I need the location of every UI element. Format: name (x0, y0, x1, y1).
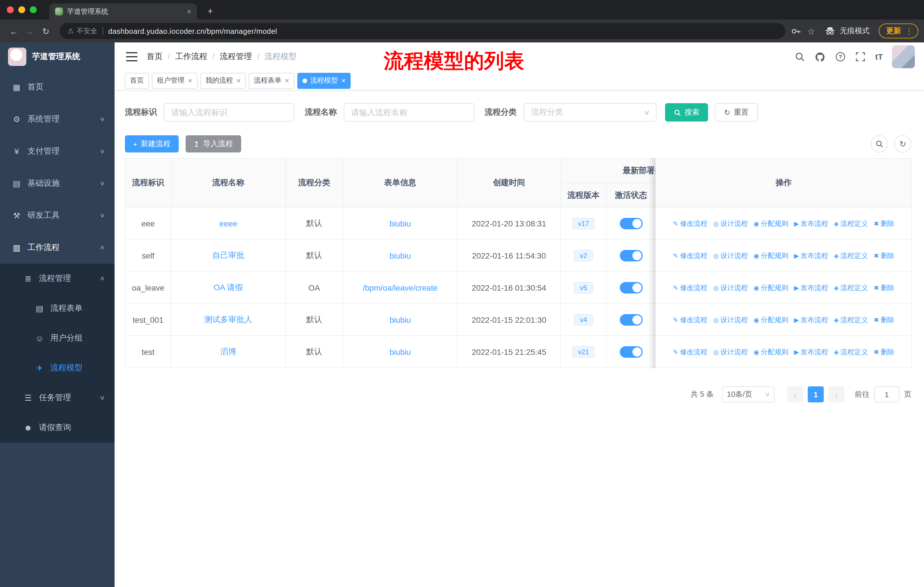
user-avatar[interactable] (892, 45, 915, 68)
tag-tenant[interactable]: 租户管理 (152, 73, 197, 89)
browser-tab[interactable]: 芋道管理系统 (49, 3, 197, 20)
form-info-link[interactable]: biubiu (389, 251, 411, 260)
action-modify-process[interactable]: 修改流程 (673, 219, 707, 228)
form-info-link[interactable]: biubiu (389, 219, 411, 228)
search-button[interactable]: 搜索 (665, 103, 708, 122)
new-tab-button[interactable] (204, 2, 216, 20)
sidebar-item-leave-query[interactable]: 请假查询 (0, 413, 115, 443)
github-icon[interactable] (815, 51, 825, 62)
tag-close-icon[interactable] (236, 77, 241, 84)
action-modify-process[interactable]: 修改流程 (673, 347, 707, 357)
active-toggle[interactable] (620, 218, 642, 229)
action-design-process[interactable]: 设计流程 (713, 315, 748, 325)
sidebar-collapse-icon[interactable] (126, 52, 137, 61)
tag-close-icon[interactable] (285, 77, 289, 84)
sidebar-item-process-manage[interactable]: 流程管理 (0, 264, 115, 293)
bookmark-star-icon[interactable] (807, 26, 815, 35)
font-size-icon[interactable]: tT (875, 52, 883, 61)
create-process-button[interactable]: 新建流程 (125, 135, 178, 152)
action-process-definition[interactable]: 流程定义 (834, 315, 868, 325)
action-delete[interactable]: 删除 (874, 347, 894, 357)
toggle-search-button[interactable] (871, 135, 888, 152)
action-publish-process[interactable]: 发布流程 (794, 315, 828, 325)
action-assign-rule[interactable]: 分配规则 (754, 347, 788, 357)
action-process-definition[interactable]: 流程定义 (834, 251, 868, 261)
action-process-definition[interactable]: 流程定义 (834, 283, 868, 293)
active-toggle[interactable] (620, 346, 642, 357)
category-select[interactable]: 流程分类 (523, 103, 657, 122)
action-design-process[interactable]: 设计流程 (713, 219, 748, 228)
reset-button[interactable]: 重置 (715, 103, 758, 122)
back-button[interactable] (6, 23, 22, 39)
action-design-process[interactable]: 设计流程 (713, 251, 748, 261)
form-info-link[interactable]: /bpm/oa/leave/create (363, 283, 438, 292)
sidebar-item-infrastructure[interactable]: 基础设施 (0, 167, 115, 200)
active-toggle[interactable] (620, 314, 642, 325)
action-design-process[interactable]: 设计流程 (713, 347, 748, 357)
refresh-table-button[interactable] (894, 135, 911, 152)
tag-process-model[interactable]: 流程模型 (297, 73, 351, 89)
sidebar-item-task-manage[interactable]: 任务管理 (0, 383, 115, 413)
breadcrumb-item[interactable]: 工作流程 (163, 51, 207, 62)
next-page-button[interactable]: › (828, 386, 844, 402)
current-page-button[interactable]: 1 (808, 386, 824, 402)
action-delete[interactable]: 删除 (874, 283, 894, 293)
close-window-button[interactable] (7, 6, 14, 13)
form-info-link[interactable]: biubiu (389, 315, 411, 324)
security-indicator[interactable]: 不安全 (68, 26, 97, 36)
breadcrumb-item[interactable]: 流程管理 (207, 51, 252, 62)
action-delete[interactable]: 删除 (874, 219, 894, 228)
tag-my-process[interactable]: 我的流程 (200, 73, 246, 89)
process-name-link[interactable]: 测试多审批人 (204, 314, 252, 324)
search-icon[interactable] (795, 51, 805, 62)
address-bar[interactable]: 不安全 dashboard.yudao.iocoder.cn/bpm/manag… (59, 23, 785, 39)
sidebar-item-payment[interactable]: 支付管理 (0, 135, 115, 167)
browser-menu-dots-icon[interactable] (905, 27, 913, 35)
process-id-input[interactable] (164, 103, 294, 122)
tag-close-icon[interactable] (342, 77, 346, 84)
process-name-input[interactable] (344, 103, 474, 122)
process-name-link[interactable]: eeee (219, 219, 237, 228)
process-name-link[interactable]: OA 请假 (214, 282, 243, 291)
sidebar-item-process-form[interactable]: 流程表单 (0, 293, 115, 323)
process-name-link[interactable]: 滔博 (220, 347, 236, 356)
fullscreen-icon[interactable] (855, 51, 866, 62)
form-info-link[interactable]: biubiu (389, 347, 411, 356)
action-publish-process[interactable]: 发布流程 (794, 283, 828, 293)
sidebar-item-devtools[interactable]: 研发工具 (0, 200, 115, 231)
action-delete[interactable]: 删除 (874, 251, 894, 261)
action-delete[interactable]: 删除 (874, 315, 894, 325)
update-button[interactable]: 更新 (879, 23, 918, 38)
forward-button[interactable] (22, 23, 38, 39)
process-name-link[interactable]: 自己审批 (212, 250, 244, 260)
action-assign-rule[interactable]: 分配规则 (754, 219, 788, 228)
password-key-icon[interactable] (791, 26, 800, 36)
action-assign-rule[interactable]: 分配规则 (754, 315, 788, 325)
sidebar-item-home[interactable]: 首页 (0, 71, 115, 103)
active-toggle[interactable] (620, 282, 642, 293)
prev-page-button[interactable]: ‹ (787, 386, 803, 402)
action-process-definition[interactable]: 流程定义 (834, 219, 868, 228)
tag-home[interactable]: 首页 (125, 73, 149, 89)
tag-process-form[interactable]: 流程表单 (249, 73, 294, 89)
action-modify-process[interactable]: 修改流程 (673, 251, 707, 261)
action-publish-process[interactable]: 发布流程 (794, 251, 828, 261)
action-assign-rule[interactable]: 分配规则 (754, 283, 788, 293)
active-toggle[interactable] (620, 250, 642, 261)
action-design-process[interactable]: 设计流程 (713, 283, 748, 293)
sidebar-item-user-group[interactable]: 用户分组 (0, 323, 115, 353)
sidebar-item-workflow[interactable]: 工作流程 (0, 231, 115, 264)
help-icon[interactable]: ? (835, 51, 845, 62)
action-assign-rule[interactable]: 分配规则 (754, 251, 788, 261)
action-process-definition[interactable]: 流程定义 (834, 347, 868, 357)
import-process-button[interactable]: 导入流程 (185, 135, 241, 152)
reload-button[interactable] (38, 23, 54, 39)
action-modify-process[interactable]: 修改流程 (673, 283, 707, 293)
app-logo[interactable]: 芋道管理系统 (0, 42, 115, 71)
tab-close-icon[interactable] (187, 7, 191, 15)
sidebar-item-process-model[interactable]: 流程模型 (0, 353, 115, 383)
tag-close-icon[interactable] (188, 77, 192, 84)
sidebar-item-system[interactable]: 系统管理 (0, 103, 115, 135)
action-publish-process[interactable]: 发布流程 (794, 347, 828, 357)
action-modify-process[interactable]: 修改流程 (673, 315, 707, 325)
